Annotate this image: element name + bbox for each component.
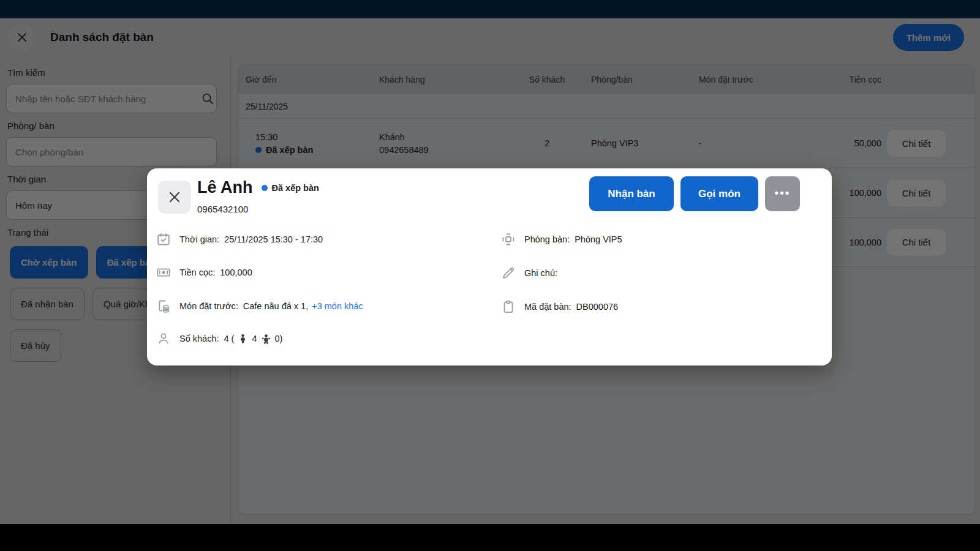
customer-phone: 0965432100 bbox=[197, 204, 248, 214]
close-icon bbox=[168, 190, 181, 204]
deposit-value: 100,000 bbox=[220, 268, 252, 277]
more-actions-button[interactable]: ••• bbox=[765, 176, 800, 211]
booking-code-label: Mã đặt bàn: bbox=[524, 302, 571, 312]
money-icon bbox=[156, 265, 171, 280]
child-icon bbox=[261, 334, 271, 344]
room-value: Phòng VIP5 bbox=[575, 234, 622, 244]
table-room-icon bbox=[501, 232, 516, 247]
guests-total: 4 ( bbox=[224, 334, 235, 343]
modal-status-text: Đã xếp bàn bbox=[272, 183, 319, 193]
preorder-label: Món đặt trước: bbox=[179, 301, 238, 311]
pencil-icon bbox=[501, 266, 516, 280]
calendar-icon bbox=[156, 232, 171, 247]
deposit-label: Tiền cọc: bbox=[179, 268, 215, 277]
reservation-detail-modal: Lê Anh Đã xếp bàn 0965432100 Nhận bàn Gọ… bbox=[147, 168, 832, 365]
clipboard-icon bbox=[501, 299, 516, 314]
customer-name-title: Lê Anh bbox=[197, 178, 253, 197]
guests-label: Số khách: bbox=[179, 334, 219, 343]
preorder-value: Cafe nâu đá x 1, bbox=[243, 301, 308, 311]
modal-close-button[interactable] bbox=[158, 181, 191, 214]
receive-table-button[interactable]: Nhận bàn bbox=[589, 176, 674, 211]
room-label: Phòng bàn: bbox=[524, 234, 570, 244]
time-value: 25/11/2025 15:30 - 17:30 bbox=[224, 234, 323, 244]
adult-icon bbox=[238, 334, 248, 344]
order-food-button[interactable]: Gọi món bbox=[680, 176, 758, 211]
person-icon bbox=[156, 331, 171, 346]
preorder-more-link[interactable]: +3 món khác bbox=[312, 301, 363, 311]
note-label: Ghi chú: bbox=[524, 268, 557, 278]
time-label: Thời gian: bbox=[179, 234, 219, 244]
child-count: 0) bbox=[275, 334, 283, 343]
status-dot bbox=[262, 185, 268, 191]
adult-count: 4 bbox=[252, 334, 257, 343]
preorder-food-icon bbox=[156, 299, 171, 313]
booking-code-value: DB000076 bbox=[576, 302, 619, 312]
